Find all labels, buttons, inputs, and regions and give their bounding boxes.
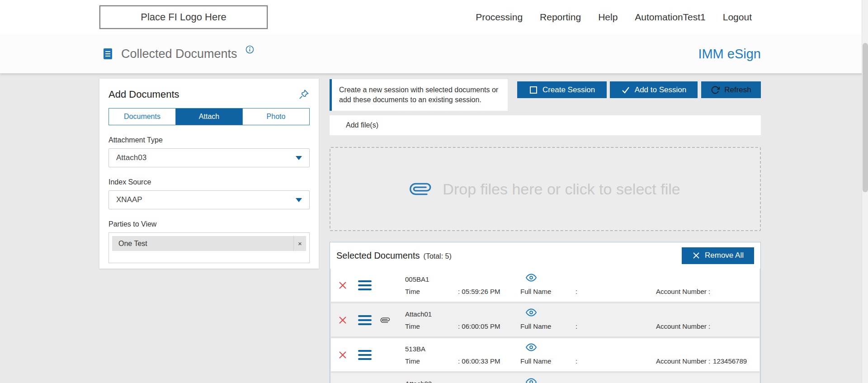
delete-document-icon[interactable] [331, 373, 354, 383]
document-title: Attach01 [405, 309, 520, 320]
account-number-label: Account Number : [656, 322, 710, 331]
party-tag: One Test × [112, 236, 306, 251]
tab-photo[interactable]: Photo [243, 109, 309, 125]
time-value: : 06:00:33 PM [458, 356, 500, 366]
time-label: Time [405, 356, 458, 366]
paperclip-icon [375, 303, 395, 336]
fi-logo-placeholder: Place FI Logo Here [99, 5, 268, 29]
drag-handle-icon[interactable] [354, 269, 375, 302]
page-title: Collected Documents [121, 47, 237, 61]
paperclip-icon [375, 373, 395, 383]
refresh-label: Refresh [724, 85, 751, 95]
attachment-type-select[interactable]: Attach03 [108, 148, 310, 167]
attachment-indicator [375, 338, 395, 371]
attachment-type-value: Attach03 [116, 153, 146, 162]
nav-username[interactable]: AutomationTest1 [635, 12, 705, 23]
account-number-value: 123456789 [713, 356, 747, 366]
check-icon [621, 85, 630, 95]
top-navigation: Processing Reporting Help AutomationTest… [476, 0, 752, 34]
table-row: 513BA Time : 06:00:33 PM Full Name : [331, 338, 760, 371]
full-name-colon: : [576, 287, 577, 297]
remove-all-button[interactable]: Remove All [682, 247, 754, 264]
index-source-label: Index Source [108, 178, 310, 186]
index-source-select[interactable]: XNAAP [108, 190, 310, 209]
create-session-icon [529, 85, 538, 95]
nav-logout[interactable]: Logout [723, 12, 752, 23]
dropzone-text: Drop files here or click to select file [443, 180, 680, 198]
delete-document-icon[interactable] [331, 269, 354, 302]
table-row: Attach02 Time Full Name : [331, 373, 760, 383]
refresh-button[interactable]: Refresh [701, 81, 761, 98]
fi-logo-text: Place FI Logo Here [141, 11, 226, 23]
chevron-down-icon [296, 198, 302, 202]
full-name-colon: : [576, 322, 577, 331]
drag-handle-icon[interactable] [354, 303, 375, 336]
table-row: 005BA1 Time : 05:59:26 PM Full Name : [331, 269, 760, 302]
selected-documents-total: (Total: 5) [424, 252, 452, 260]
document-list: 005BA1 Time : 05:59:26 PM Full Name : [330, 269, 760, 383]
delete-document-icon[interactable] [331, 338, 354, 371]
page-header: Collected Documents IMM eSign [0, 34, 868, 73]
add-files-button[interactable]: Add file(s) [330, 115, 761, 135]
create-session-label: Create Session [542, 85, 595, 95]
full-name-label: Full Name [520, 322, 576, 331]
scrollbar-thumb[interactable] [863, 43, 868, 192]
attachment-type-label: Attachment Type [108, 136, 310, 144]
document-title: 005BA1 [405, 274, 520, 285]
info-icon[interactable] [245, 45, 254, 54]
time-label: Time [405, 287, 458, 297]
nav-processing[interactable]: Processing [476, 12, 523, 23]
party-name: One Test [112, 236, 293, 251]
paperclip-icon [406, 174, 435, 203]
session-note: Create a new session with selected docum… [330, 79, 508, 111]
selected-documents-panel: Selected Documents (Total: 5) Remove All [330, 242, 761, 383]
preview-eye-icon[interactable] [520, 272, 656, 284]
time-label: Time [405, 322, 458, 331]
add-files-label: Add file(s) [346, 121, 378, 129]
remove-party-icon[interactable]: × [293, 236, 306, 251]
preview-eye-icon[interactable] [520, 307, 656, 319]
selected-documents-title: Selected Documents [336, 251, 420, 261]
full-name-label: Full Name [520, 356, 576, 366]
add-documents-tabs: Documents Attach Photo [108, 108, 310, 125]
full-name-colon: : [576, 356, 577, 366]
document-title: 513BA [405, 344, 520, 355]
preview-eye-icon[interactable] [520, 377, 656, 383]
attachment-indicator [375, 269, 395, 302]
preview-eye-icon[interactable] [520, 342, 656, 354]
delete-document-icon[interactable] [331, 303, 354, 336]
close-icon [692, 251, 700, 260]
refresh-icon [711, 85, 720, 95]
add-documents-panel: Add Documents Documents Attach Photo Att… [99, 79, 319, 269]
time-value: : 05:59:26 PM [458, 287, 500, 297]
account-number-label: Account Number : [656, 287, 710, 297]
collected-documents-icon [101, 47, 115, 61]
drag-handle-icon[interactable] [354, 338, 375, 371]
nav-help[interactable]: Help [598, 12, 618, 23]
pin-icon[interactable] [298, 89, 310, 100]
parties-to-view-label: Parties to View [108, 220, 310, 228]
tab-documents[interactable]: Documents [109, 109, 176, 125]
brand-imm-esign: IMM eSign [698, 34, 761, 73]
create-session-button[interactable]: Create Session [517, 81, 607, 98]
add-to-session-label: Add to Session [635, 85, 686, 95]
remove-all-label: Remove All [705, 251, 744, 260]
account-number-label: Account Number : [656, 356, 710, 366]
table-row: Attach01 Time : 06:00:05 PM Full Name : [331, 303, 760, 336]
top-bar: Place FI Logo Here Processing Reporting … [0, 0, 868, 34]
vertical-scrollbar[interactable] [862, 0, 868, 383]
file-dropzone[interactable]: Drop files here or click to select file [330, 147, 761, 231]
time-value: : 06:00:05 PM [458, 322, 500, 331]
index-source-value: XNAAP [116, 195, 142, 204]
full-name-label: Full Name [520, 287, 576, 297]
chevron-down-icon [296, 156, 302, 160]
document-title: Attach02 [405, 378, 520, 383]
add-to-session-button[interactable]: Add to Session [610, 81, 698, 98]
nav-reporting[interactable]: Reporting [540, 12, 581, 23]
parties-list: One Test × [108, 232, 310, 263]
drag-handle-icon[interactable] [354, 373, 375, 383]
tab-attach[interactable]: Attach [176, 109, 243, 125]
add-documents-title: Add Documents [108, 89, 179, 100]
